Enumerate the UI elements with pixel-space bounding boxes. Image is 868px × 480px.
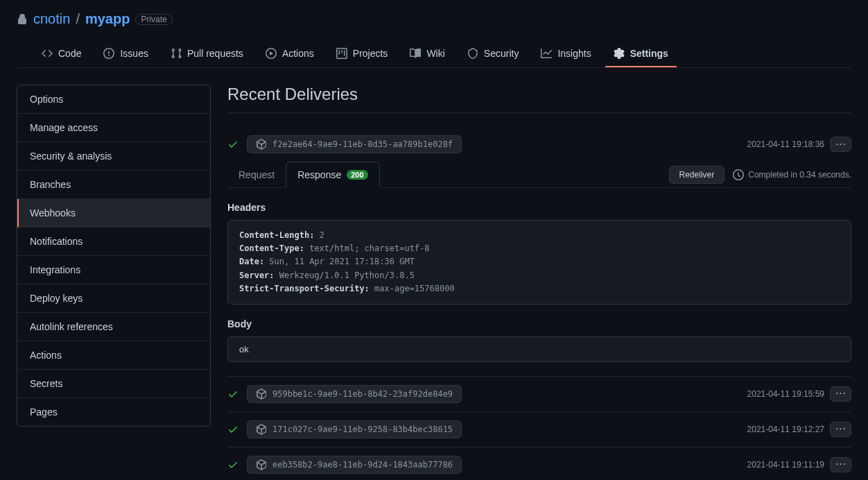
delivery-time: 2021-04-11 19:12:27: [747, 425, 824, 434]
delivery-row[interactable]: eeb358b2-9ae8-11eb-9d24-1843aab77786 202…: [227, 447, 851, 480]
nav-projects[interactable]: Projects: [328, 41, 397, 67]
headers-block: Content-Length: 2Content-Type: text/html…: [227, 220, 851, 305]
repo-title: cnotin / myapp Private: [17, 11, 851, 27]
nav-pulls[interactable]: Pull requests: [162, 41, 252, 67]
sidebar-item-secrets[interactable]: Secrets: [17, 370, 210, 398]
package-icon: [256, 459, 267, 470]
page-title: Recent Deliveries: [227, 85, 851, 113]
sidebar-item-options[interactable]: Options: [17, 85, 210, 114]
settings-sidebar: Options Manage access Security & analysi…: [17, 85, 211, 480]
nav-projects-label: Projects: [353, 48, 388, 59]
nav-wiki-label: Wiki: [426, 48, 444, 59]
delivery-row[interactable]: 959bbe1c-9ae9-11eb-8b42-23af92de84e9 202…: [227, 376, 851, 411]
delivery-menu-button[interactable]: [830, 137, 851, 152]
check-icon: [227, 459, 238, 470]
lock-icon: [17, 14, 28, 25]
delivery-menu-button[interactable]: [830, 422, 851, 437]
sidebar-item-integrations[interactable]: Integrations: [17, 256, 210, 284]
delivery-id: 171c027c-9ae9-11eb-9258-83b4bec38615: [272, 425, 453, 434]
sidebar-item-autolink[interactable]: Autolink references: [17, 313, 210, 341]
nav-actions[interactable]: Actions: [257, 41, 322, 67]
clock-icon: [733, 169, 744, 180]
delivery-id: eeb358b2-9ae8-11eb-9d24-1843aab77786: [272, 460, 453, 470]
sidebar-item-actions[interactable]: Actions: [17, 341, 210, 370]
sidebar-item-pages[interactable]: Pages: [17, 398, 210, 426]
kebab-icon: [836, 140, 845, 149]
body-block: ok: [227, 336, 851, 362]
package-icon: [256, 139, 267, 150]
nav-insights[interactable]: Insights: [532, 41, 599, 67]
package-icon: [256, 424, 267, 435]
completed-text: Completed in 0.34 seconds.: [733, 169, 851, 180]
nav-issues-label: Issues: [120, 48, 148, 59]
delivery-id-pill: f2e2ae64-9ae9-11eb-8d35-aa789b1e028f: [247, 135, 462, 153]
delivery-id-pill: eeb358b2-9ae8-11eb-9d24-1843aab77786: [247, 456, 462, 474]
main-content: Recent Deliveries f2e2ae64-9ae9-11eb-8d3…: [227, 85, 851, 480]
tab-response[interactable]: Response 200: [286, 162, 379, 188]
nav-settings-label: Settings: [630, 48, 668, 59]
slash: /: [76, 11, 80, 27]
delivery-menu-button[interactable]: [830, 386, 851, 402]
delivery-time: 2021-04-11 19:11:19: [747, 460, 824, 470]
nav-security[interactable]: Security: [459, 41, 528, 67]
delivery-id: f2e2ae64-9ae9-11eb-8d35-aa789b1e028f: [272, 139, 453, 149]
delivery-row[interactable]: f2e2ae64-9ae9-11eb-8d35-aa789b1e028f 202…: [227, 127, 851, 162]
check-icon: [227, 424, 238, 435]
check-icon: [227, 388, 238, 400]
repo-nav: Code Issues Pull requests Actions Projec…: [17, 41, 851, 68]
tab-response-label: Response: [297, 169, 341, 180]
nav-code[interactable]: Code: [33, 41, 89, 67]
check-icon: [227, 139, 238, 150]
repo-owner-link[interactable]: cnotin: [33, 11, 70, 27]
redeliver-button[interactable]: Redeliver: [669, 166, 725, 184]
headers-title: Headers: [227, 202, 851, 213]
nav-insights-label: Insights: [557, 48, 591, 59]
detail-tabs: Request Response 200 Redeliver Completed…: [227, 162, 851, 188]
sidebar-item-webhooks[interactable]: Webhooks: [17, 199, 210, 228]
status-badge: 200: [347, 170, 367, 180]
nav-actions-label: Actions: [282, 48, 314, 59]
delivery-time: 2021-04-11 19:15:59: [747, 389, 824, 399]
delivery-id-pill: 171c027c-9ae9-11eb-9258-83b4bec38615: [247, 420, 462, 438]
nav-settings[interactable]: Settings: [605, 41, 677, 67]
sidebar-item-notifications[interactable]: Notifications: [17, 228, 210, 256]
sidebar-item-deploy-keys[interactable]: Deploy keys: [17, 284, 210, 313]
nav-security-label: Security: [484, 48, 519, 59]
tab-request[interactable]: Request: [227, 162, 286, 187]
delivery-time: 2021-04-11 19:18:36: [747, 139, 824, 149]
sidebar-item-branches[interactable]: Branches: [17, 171, 210, 199]
delivery-menu-button[interactable]: [830, 457, 851, 472]
nav-issues[interactable]: Issues: [95, 41, 156, 67]
nav-wiki[interactable]: Wiki: [401, 41, 453, 67]
delivery-id: 959bbe1c-9ae9-11eb-8b42-23af92de84e9: [272, 389, 453, 399]
delivery-row[interactable]: 171c027c-9ae9-11eb-9258-83b4bec38615 202…: [227, 411, 851, 447]
visibility-badge: Private: [135, 14, 172, 25]
body-title: Body: [227, 318, 851, 329]
sidebar-item-manage-access[interactable]: Manage access: [17, 114, 210, 142]
nav-code-label: Code: [58, 48, 81, 59]
package-icon: [256, 388, 267, 400]
delivery-id-pill: 959bbe1c-9ae9-11eb-8b42-23af92de84e9: [247, 385, 462, 403]
sidebar-item-security-analysis[interactable]: Security & analysis: [17, 142, 210, 171]
repo-name-link[interactable]: myapp: [85, 11, 130, 27]
nav-pulls-label: Pull requests: [187, 48, 243, 59]
